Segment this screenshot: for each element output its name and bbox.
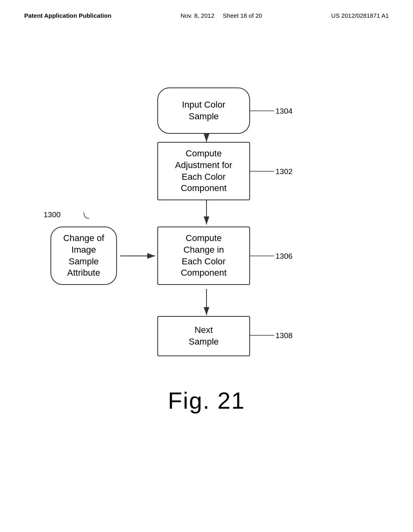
ref-1300: 1300 [44,210,60,219]
diagram-area: Input ColorSample 1304 ComputeAdjustment… [0,23,413,446]
node-compute-adjustment-label: ComputeAdjustment forEach ColorComponent [175,148,232,194]
header-sheet: Sheet 18 of 20 [223,12,262,19]
node-compute-change-label: ComputeChange inEach ColorComponent [181,233,227,278]
page-header: Patent Application Publication Nov. 8, 2… [0,0,413,23]
ref-1308: 1308 [275,331,292,340]
node-next-sample: NextSample [157,316,250,356]
node-change-of-image-label: Change ofImageSampleAttribute [63,233,104,278]
bracket-1300 [78,210,90,222]
header-publication-type: Patent Application Publication [24,12,111,19]
node-input-color-sample: Input ColorSample [157,87,250,134]
node-change-of-image: Change ofImageSampleAttribute [50,227,117,285]
header-date-sheet: Nov. 8, 2012 Sheet 18 of 20 [181,12,262,19]
patent-page: Patent Application Publication Nov. 8, 2… [0,0,413,532]
header-date: Nov. 8, 2012 [181,12,215,19]
node-compute-change: ComputeChange inEach ColorComponent [157,227,250,285]
node-compute-adjustment: ComputeAdjustment forEach ColorComponent [157,142,250,200]
ref-1306: 1306 [275,252,292,261]
figure-label: Fig. 21 [168,387,245,414]
node-next-sample-label: NextSample [189,324,219,347]
header-patent-number: US 2012/0281871 A1 [331,12,389,19]
node-input-color-sample-label: Input ColorSample [182,99,225,122]
ref-1304: 1304 [275,107,292,116]
ref-1302: 1302 [275,167,292,176]
